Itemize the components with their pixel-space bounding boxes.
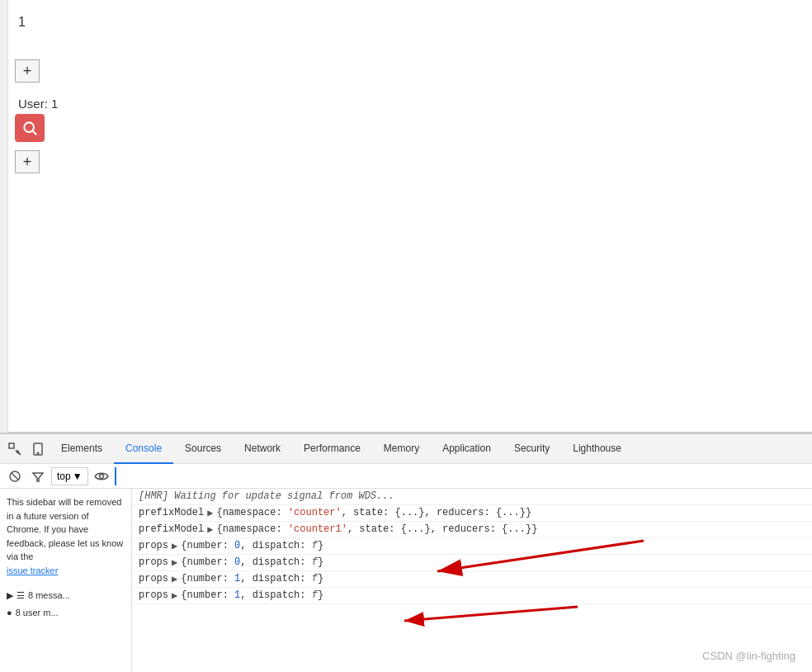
log-prefix: prefixModel [139, 523, 204, 535]
console-line-props4[interactable]: props ▶ {number: 1, dispatch: f} [132, 588, 812, 604]
log-content: {namespace: 'counter1', state: {...}, re… [216, 523, 537, 535]
list-icon: ☰ [17, 589, 25, 603]
console-toolbar: top ▼ [0, 464, 812, 489]
log-prefix: props [139, 556, 168, 568]
clear-console-btn[interactable] [5, 466, 25, 486]
tab-performance[interactable]: Performance [292, 434, 372, 464]
mobile-btn[interactable] [26, 438, 50, 461]
tab-memory[interactable]: Memory [372, 434, 431, 464]
filter-btn[interactable] [28, 466, 48, 486]
tab-network[interactable]: Network [233, 434, 292, 464]
svg-point-0 [24, 122, 34, 132]
svg-line-1 [33, 131, 37, 135]
context-selector[interactable]: top ▼ [51, 467, 88, 485]
devtools-panel: Elements Console Sources Network Perform… [0, 433, 812, 672]
watermark: CSDN @lin-fighting [702, 650, 795, 662]
console-line-hmr: [HMR] Waiting for update signal from WDS… [132, 489, 812, 505]
left-stripe [0, 0, 8, 433]
svg-line-6 [12, 473, 18, 480]
log-prefix: props [139, 573, 168, 584]
sidebar-notice: This sidebar will be removed in a future… [7, 495, 125, 577]
plus-button-2[interactable]: + [15, 150, 40, 173]
plus-icon-2: + [23, 154, 32, 171]
expand-icon: ▶ [7, 589, 13, 603]
expand-arrow[interactable]: ▶ [172, 573, 177, 585]
log-content: {number: 0, dispatch: f} [181, 540, 323, 551]
expand-arrow[interactable]: ▶ [172, 556, 177, 569]
log-content: {number: 1, dispatch: f} [181, 573, 323, 584]
chevron-down-icon: ▼ [73, 471, 83, 482]
expand-arrow[interactable]: ▶ [172, 540, 177, 552]
sidebar-list: ▶ ☰ 8 messa... ● 8 user m... [7, 587, 125, 621]
tab-application[interactable]: Application [431, 434, 503, 464]
svg-point-4 [37, 452, 39, 454]
bullet-icon: ● [7, 606, 12, 620]
console-line-props2[interactable]: props ▶ {number: 0, dispatch: f} [132, 555, 812, 571]
issue-tracker-link[interactable]: issue tracker [7, 566, 58, 575]
log-prefix: prefixModel [139, 507, 204, 518]
tab-lighthouse[interactable]: Lighthouse [561, 434, 633, 464]
plus-icon-1: + [23, 63, 32, 80]
console-line-prefix2[interactable]: prefixModel ▶ {namespace: 'counter1', st… [132, 522, 812, 538]
svg-rect-2 [9, 443, 14, 448]
tab-console[interactable]: Console [114, 434, 173, 464]
inspect-element-btn[interactable] [3, 438, 26, 461]
sidebar-item-messages[interactable]: ▶ ☰ 8 messa... [7, 587, 125, 604]
tab-elements[interactable]: Elements [50, 434, 114, 464]
console-sidebar: This sidebar will be removed in a future… [0, 489, 132, 672]
console-line-props1[interactable]: props ▶ {number: 0, dispatch: f} [132, 538, 812, 555]
log-prefix: props [139, 540, 168, 551]
console-content: This sidebar will be removed in a future… [0, 489, 812, 672]
expand-arrow[interactable]: ▶ [207, 507, 213, 519]
search-button[interactable] [15, 114, 45, 142]
hmr-text: [HMR] Waiting for update signal from WDS… [139, 490, 394, 502]
app-area: 1 + User: 1 + [0, 0, 812, 433]
user-label: User: 1 [18, 97, 58, 111]
devtools-toolbar: Elements Console Sources Network Perform… [0, 434, 812, 464]
log-content: {namespace: 'counter', state: {...}, red… [216, 507, 531, 518]
console-filter-input[interactable] [115, 467, 807, 485]
context-value: top [57, 471, 71, 482]
plus-button-1[interactable]: + [15, 59, 40, 83]
expand-arrow[interactable]: ▶ [172, 589, 177, 602]
eye-btn[interactable] [92, 466, 111, 486]
log-content: {number: 0, dispatch: f} [181, 556, 323, 568]
expand-arrow[interactable]: ▶ [207, 523, 213, 536]
console-line-props3[interactable]: props ▶ {number: 1, dispatch: f} [132, 571, 812, 588]
search-icon [21, 120, 38, 136]
console-line-prefix1[interactable]: prefixModel ▶ {namespace: 'counter', sta… [132, 505, 812, 522]
app-number: 1 [18, 15, 26, 30]
tab-security[interactable]: Security [503, 434, 561, 464]
log-prefix: props [139, 589, 168, 601]
sidebar-item-user-messages[interactable]: ● 8 user m... [7, 604, 125, 622]
console-main: [HMR] Waiting for update signal from WDS… [132, 489, 812, 672]
tab-sources[interactable]: Sources [173, 434, 233, 464]
log-content: {number: 1, dispatch: f} [181, 589, 323, 601]
svg-point-7 [99, 474, 103, 478]
